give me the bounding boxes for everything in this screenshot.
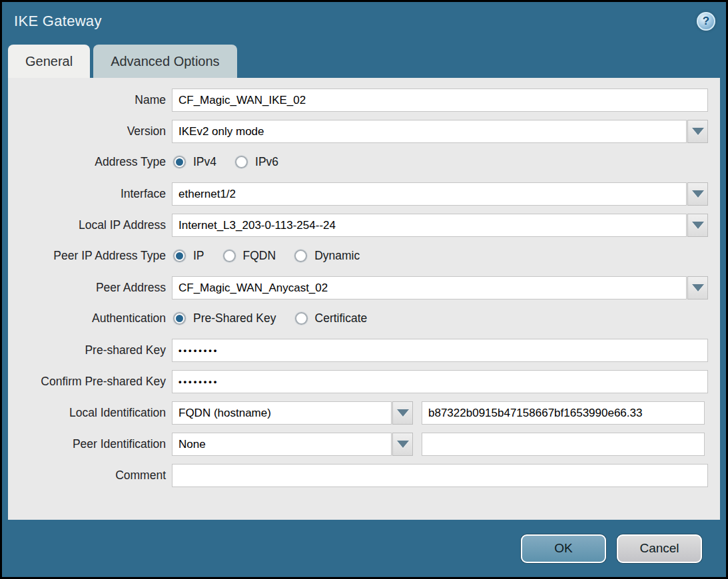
radio-fqdn[interactable]: FQDN	[223, 249, 276, 263]
pre-shared-key-label: Pre-shared Key	[8, 343, 172, 357]
radio-ipv4[interactable]: IPv4	[173, 155, 216, 169]
local-identification-dropdown-button[interactable]	[392, 401, 413, 425]
tab-advanced-options[interactable]: Advanced Options	[93, 45, 236, 78]
version-dropdown-button[interactable]	[687, 120, 708, 143]
peer-identification-row: Peer Identification	[8, 433, 708, 456]
radio-unselected-icon	[294, 250, 307, 262]
chevron-down-icon	[692, 128, 704, 135]
tab-general[interactable]: General	[8, 45, 90, 78]
name-row: Name	[8, 89, 708, 112]
version-label: Version	[8, 124, 172, 138]
cancel-button[interactable]: Cancel	[617, 534, 702, 563]
radio-dynamic[interactable]: Dynamic	[294, 249, 360, 263]
comment-input[interactable]	[172, 464, 708, 487]
pre-shared-key-input[interactable]	[172, 339, 708, 362]
name-label: Name	[8, 93, 172, 107]
help-icon[interactable]: ?	[697, 12, 715, 31]
interface-dropdown-button[interactable]	[687, 182, 708, 206]
address-type-row: Address Type IPv4 IPv6	[8, 151, 708, 172]
chevron-down-icon	[692, 222, 704, 229]
interface-label: Interface	[8, 187, 172, 201]
radio-unselected-icon	[223, 250, 236, 262]
radio-unselected-icon	[295, 312, 308, 325]
comment-label: Comment	[8, 469, 172, 482]
peer-address-row: Peer Address	[8, 276, 708, 299]
local-ip-address-label: Local IP Address	[8, 218, 172, 232]
chevron-down-icon	[397, 441, 409, 448]
name-input[interactable]	[172, 89, 708, 112]
general-tab-panel: Name Version Address Type IPv4	[8, 78, 720, 520]
radio-ipv6[interactable]: IPv6	[235, 155, 278, 169]
chevron-down-icon	[397, 409, 409, 417]
spacer	[413, 433, 422, 456]
peer-address-label: Peer Address	[8, 281, 172, 295]
chevron-down-icon	[692, 190, 704, 198]
radio-selected-icon	[173, 156, 186, 168]
confirm-pre-shared-key-label: Confirm Pre-shared Key	[8, 375, 172, 389]
dialog-title: IKE Gateway	[14, 13, 102, 30]
address-type-label: Address Type	[8, 155, 172, 169]
local-identification-value-input[interactable]	[422, 401, 705, 425]
local-ip-address-dropdown-button[interactable]	[687, 214, 708, 237]
local-identification-row: Local Identification	[8, 401, 708, 425]
radio-pre-shared-key[interactable]: Pre-Shared Key	[173, 311, 276, 325]
peer-identification-value-input[interactable]	[422, 433, 705, 456]
chevron-down-icon	[692, 284, 704, 291]
comment-row: Comment	[8, 464, 708, 487]
spacer	[413, 401, 422, 425]
version-row: Version	[8, 120, 708, 143]
radio-unselected-icon	[235, 156, 248, 168]
dialog-footer: OK Cancel	[2, 520, 726, 577]
local-ip-address-select[interactable]	[172, 214, 687, 237]
radio-certificate[interactable]: Certificate	[295, 311, 368, 325]
confirm-pre-shared-key-input[interactable]	[172, 370, 708, 393]
tabstrip: General Advanced Options	[2, 41, 726, 78]
peer-address-select[interactable]	[172, 276, 687, 299]
radio-selected-icon	[173, 312, 186, 325]
version-select[interactable]	[172, 120, 687, 143]
authentication-row: Authentication Pre-Shared Key Certificat…	[8, 307, 708, 329]
pre-shared-key-row: Pre-shared Key	[8, 339, 708, 362]
dialog-titlebar: IKE Gateway ?	[2, 2, 726, 41]
peer-identification-label: Peer Identification	[8, 437, 172, 451]
confirm-pre-shared-key-row: Confirm Pre-shared Key	[8, 370, 708, 393]
interface-select[interactable]	[172, 182, 687, 206]
peer-identification-dropdown-button[interactable]	[392, 433, 413, 456]
interface-row: Interface	[8, 182, 708, 206]
local-ip-address-row: Local IP Address	[8, 214, 708, 237]
local-identification-type-select[interactable]	[172, 401, 392, 425]
ike-gateway-dialog: IKE Gateway ? General Advanced Options N…	[0, 0, 728, 579]
radio-ip[interactable]: IP	[173, 249, 204, 263]
authentication-label: Authentication	[8, 311, 172, 325]
ok-button[interactable]: OK	[521, 534, 606, 563]
radio-selected-icon	[173, 250, 186, 262]
local-identification-label: Local Identification	[8, 406, 172, 420]
peer-identification-type-select[interactable]	[172, 433, 392, 456]
peer-ip-address-type-row: Peer IP Address Type IP FQDN Dynamic	[8, 245, 708, 266]
peer-address-dropdown-button[interactable]	[687, 276, 708, 299]
peer-ip-address-type-label: Peer IP Address Type	[8, 249, 172, 263]
